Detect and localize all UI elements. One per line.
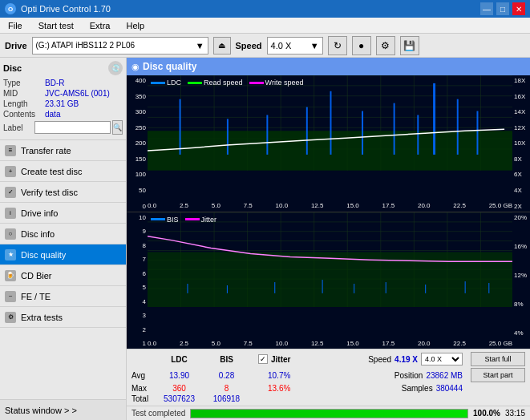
disc-icon: 💿 bbox=[108, 61, 123, 75]
drive-dropdown-icon: ▼ bbox=[196, 41, 204, 50]
app-title: Opti Drive Control 1.70 bbox=[21, 4, 111, 14]
svg-rect-24 bbox=[362, 111, 363, 155]
start-full-button[interactable]: Start full bbox=[471, 352, 525, 366]
jitter-header: Jitter bbox=[271, 355, 290, 364]
app-icon: O bbox=[5, 3, 16, 14]
label-input[interactable] bbox=[34, 121, 111, 134]
legend-jitter: Jitter bbox=[185, 216, 217, 224]
drive-selector[interactable]: (G:) ATAPI iHBS112 2 PL06 ▼ bbox=[32, 37, 208, 55]
svg-rect-20 bbox=[227, 119, 229, 155]
total-ldc: 5307623 bbox=[164, 394, 195, 403]
lower-legend: BIS Jitter bbox=[151, 216, 216, 224]
contents-label: Contents bbox=[3, 110, 45, 119]
menu-start-test[interactable]: Start test bbox=[34, 19, 79, 32]
speed-value: 4.0 X bbox=[271, 41, 307, 50]
speed-dropdown-icon: ▼ bbox=[310, 41, 319, 50]
speed-label: Speed bbox=[236, 41, 262, 50]
eject-button[interactable]: ⏏ bbox=[213, 37, 231, 55]
save-button[interactable]: 💾 bbox=[400, 36, 419, 55]
svg-rect-53 bbox=[322, 280, 323, 293]
chart-header: ◉ Disc quality bbox=[127, 58, 530, 75]
sidebar-item-disc-info[interactable]: ○ Disc info bbox=[0, 224, 126, 244]
sidebar-item-label: Disc quality bbox=[21, 250, 66, 260]
legend-read-label: Read speed bbox=[204, 79, 243, 87]
total-bis: 106918 bbox=[213, 394, 240, 403]
maximize-button[interactable]: □ bbox=[496, 2, 509, 15]
samples-label: Samples bbox=[402, 384, 433, 393]
upper-x-axis: 0.02.55.07.510.012.515.017.520.022.525.0… bbox=[148, 200, 512, 212]
menu-file[interactable]: File bbox=[3, 19, 27, 32]
disc-panel: Disc 💿 Type BD-R MID JVC-AMS6L (001) Len… bbox=[0, 58, 126, 140]
burn-button[interactable]: ● bbox=[352, 36, 371, 55]
sidebar-item-cd-bier[interactable]: 🍺 CD Bier bbox=[0, 265, 126, 286]
legend-bis-label: BIS bbox=[167, 216, 179, 224]
data-header-row: LDC BIS ✓ Jitter Speed 4.19 X 4.0 X bbox=[131, 352, 525, 366]
total-row-label: Total bbox=[131, 394, 154, 403]
sidebar-item-label: FE / TE bbox=[21, 292, 51, 301]
start-part-button[interactable]: Start part bbox=[471, 368, 525, 382]
status-window-button[interactable]: Status window > > bbox=[0, 399, 126, 420]
disc-quality-icon: ★ bbox=[5, 249, 16, 260]
sidebar-item-disc-quality[interactable]: ★ Disc quality bbox=[0, 244, 126, 265]
sidebar-item-fe-te[interactable]: ~ FE / TE bbox=[0, 286, 126, 307]
sidebar-item-label: Extra tests bbox=[21, 313, 63, 322]
max-bis: 8 bbox=[225, 384, 229, 393]
svg-rect-55 bbox=[386, 282, 386, 293]
legend-ldc-label: LDC bbox=[167, 79, 181, 87]
max-jitter: 13.6% bbox=[268, 384, 290, 393]
sidebar-item-extra-tests[interactable]: ⚙ Extra tests bbox=[0, 307, 126, 328]
svg-rect-27 bbox=[433, 83, 435, 155]
svg-rect-58 bbox=[488, 283, 489, 293]
sidebar-item-transfer-rate[interactable]: ≡ Transfer rate bbox=[0, 140, 126, 161]
sidebar-item-drive-info[interactable]: i Drive info bbox=[0, 203, 126, 224]
length-label: Length bbox=[3, 99, 45, 108]
bis-col-header: BIS bbox=[204, 355, 249, 364]
type-label: Type bbox=[3, 79, 45, 87]
lower-chart-svg bbox=[148, 212, 512, 308]
chart-title: Disc quality bbox=[143, 61, 196, 72]
minimize-button[interactable]: — bbox=[480, 2, 493, 15]
extra-tests-icon: ⚙ bbox=[5, 312, 16, 323]
sidebar-item-label: Transfer rate bbox=[21, 146, 71, 155]
sidebar: Disc 💿 Type BD-R MID JVC-AMS6L (001) Len… bbox=[0, 58, 127, 420]
svg-rect-57 bbox=[465, 281, 466, 293]
label-button[interactable]: 🔍 bbox=[112, 120, 123, 135]
progress-fill bbox=[191, 410, 467, 418]
label-label: Label bbox=[3, 123, 33, 132]
sidebar-item-create-test-disc[interactable]: + Create test disc bbox=[0, 161, 126, 182]
lower-chart: 10987654321 20%16%12%8%4% bbox=[127, 212, 530, 349]
close-button[interactable]: ✕ bbox=[512, 2, 525, 15]
refresh-button[interactable]: ↻ bbox=[328, 36, 347, 55]
menu-help[interactable]: Help bbox=[121, 19, 149, 32]
drive-info-icon: i bbox=[5, 208, 16, 219]
jitter-checkbox[interactable]: ✓ bbox=[258, 354, 268, 364]
position-label: Position bbox=[394, 371, 423, 380]
upper-chart: 400350300250200150100500 18X16X14X12X10X… bbox=[127, 75, 530, 212]
menu-bar: File Start test Extra Help bbox=[0, 18, 530, 34]
drive-label: Drive bbox=[5, 41, 27, 50]
speed-select[interactable]: 4.0 X bbox=[421, 353, 463, 365]
sidebar-item-label: Disc info bbox=[21, 229, 55, 239]
lower-y-axis-right: 20%16%12%8%4% bbox=[512, 212, 530, 349]
progress-bar-container: Test completed 100.0% 33:15 bbox=[127, 406, 530, 420]
upper-y-axis: 400350300250200150100500 bbox=[127, 75, 148, 212]
disc-panel-title: Disc bbox=[3, 63, 22, 73]
speed-label: Speed bbox=[368, 355, 391, 364]
ldc-col-header: LDC bbox=[157, 355, 201, 364]
settings-button[interactable]: ⚙ bbox=[376, 36, 395, 55]
speed-selector[interactable]: 4.0 X ▼ bbox=[267, 37, 323, 55]
type-value: BD-R bbox=[45, 79, 64, 87]
avg-ldc: 13.90 bbox=[169, 371, 189, 380]
bottom-panel: LDC BIS ✓ Jitter Speed 4.19 X 4.0 X bbox=[127, 349, 530, 406]
avg-jitter: 10.7% bbox=[268, 371, 290, 380]
max-row-label: Max bbox=[131, 384, 154, 393]
progress-pct: 100.0% bbox=[473, 409, 500, 418]
title-bar: O Opti Drive Control 1.70 — □ ✕ bbox=[0, 0, 530, 18]
svg-rect-50 bbox=[187, 284, 188, 293]
avg-bis: 0.28 bbox=[219, 371, 234, 380]
svg-rect-56 bbox=[425, 285, 426, 293]
sidebar-item-verify-test-disc[interactable]: ✓ Verify test disc bbox=[0, 182, 126, 203]
menu-extra[interactable]: Extra bbox=[85, 19, 115, 32]
transfer-rate-icon: ≡ bbox=[5, 145, 16, 156]
sidebar-item-label: Drive info bbox=[21, 208, 58, 218]
